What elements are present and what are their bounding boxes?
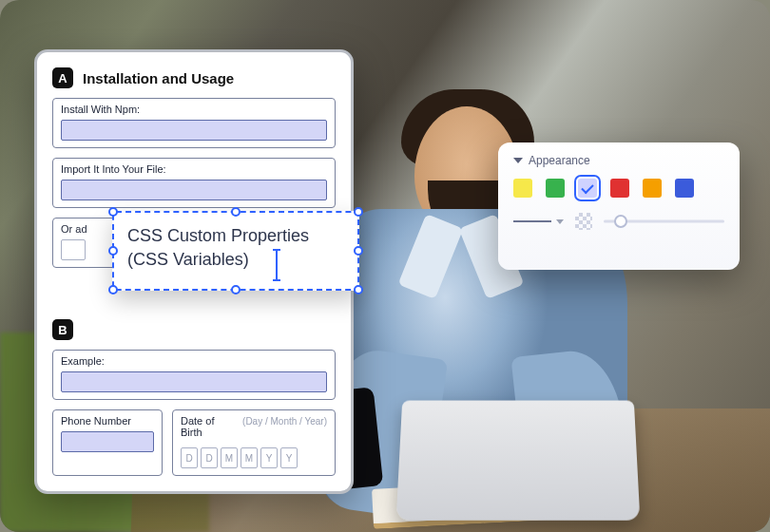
text-caret-icon <box>276 251 278 279</box>
swatch-red[interactable] <box>610 179 629 198</box>
phone-field: Phone Number <box>52 409 163 476</box>
or-label: Or ad <box>61 223 108 235</box>
thickness-slider[interactable] <box>604 215 724 228</box>
resize-handle[interactable] <box>354 207 363 217</box>
resize-handle[interactable] <box>354 246 363 256</box>
dob-box[interactable]: Y <box>280 447 298 468</box>
disclosure-triangle-icon <box>513 158 523 163</box>
section-a-title: Installation and Usage <box>83 70 234 86</box>
or-field: Or ad <box>52 218 117 268</box>
phone-input[interactable] <box>61 431 154 452</box>
import-field: Import It Into Your File: <box>52 158 336 208</box>
section-a-header: A Installation and Usage <box>52 67 336 88</box>
import-input[interactable] <box>61 180 327 200</box>
dob-box[interactable]: Y <box>260 447 278 468</box>
tool-row <box>513 213 724 230</box>
swatch-blue[interactable] <box>675 179 694 198</box>
line-style-select[interactable] <box>513 219 564 224</box>
bottom-row: Phone Number Date of Birth (Day / Month … <box>52 409 336 476</box>
or-input[interactable] <box>61 239 86 260</box>
dob-box[interactable]: M <box>221 447 238 468</box>
text-line-1: CSS Custom Properties <box>127 226 309 245</box>
dob-box[interactable]: M <box>241 447 258 468</box>
dob-label: Date of Birth <box>181 415 237 438</box>
text-edit-content[interactable]: CSS Custom Properties (CSS Variables) <box>127 224 344 272</box>
example-field: Example: <box>52 350 336 400</box>
text-line-2: (CSS Variables) <box>127 250 249 269</box>
resize-handle[interactable] <box>231 207 241 217</box>
swatch-orange[interactable] <box>643 179 662 198</box>
appearance-title: Appearance <box>529 154 590 167</box>
section-b-header: B <box>52 319 336 340</box>
pattern-picker-icon[interactable] <box>575 213 592 230</box>
install-field: Install With Npm: <box>52 98 336 148</box>
chevron-down-icon <box>556 219 564 224</box>
swatch-green[interactable] <box>546 179 565 198</box>
swatch-yellow[interactable] <box>513 179 532 198</box>
install-label: Install With Npm: <box>61 104 327 115</box>
line-sample-icon <box>513 220 551 222</box>
example-label: Example: <box>61 355 327 367</box>
install-input[interactable] <box>61 120 327 141</box>
text-edit-selection[interactable]: CSS Custom Properties (CSS Variables) <box>112 211 359 291</box>
section-a-badge: A <box>52 67 73 88</box>
color-swatches <box>513 179 724 198</box>
resize-handle[interactable] <box>108 246 118 256</box>
phone-label: Phone Number <box>61 415 154 427</box>
resize-handle[interactable] <box>231 285 241 294</box>
dob-hint: (Day / Month / Year) <box>242 416 327 427</box>
dob-box[interactable]: D <box>201 447 218 468</box>
import-label: Import It Into Your File: <box>61 163 327 175</box>
slider-knob[interactable] <box>614 215 627 228</box>
dob-inputs: D D M M Y Y <box>181 447 327 468</box>
appearance-header[interactable]: Appearance <box>513 154 724 167</box>
dob-box[interactable]: D <box>181 447 198 468</box>
section-b-badge: B <box>52 319 73 340</box>
example-input[interactable] <box>61 371 327 392</box>
resize-handle[interactable] <box>108 207 118 217</box>
dob-field: Date of Birth (Day / Month / Year) D D M… <box>172 409 336 476</box>
swatch-lilac[interactable] <box>578 179 597 198</box>
appearance-panel: Appearance <box>498 142 740 270</box>
